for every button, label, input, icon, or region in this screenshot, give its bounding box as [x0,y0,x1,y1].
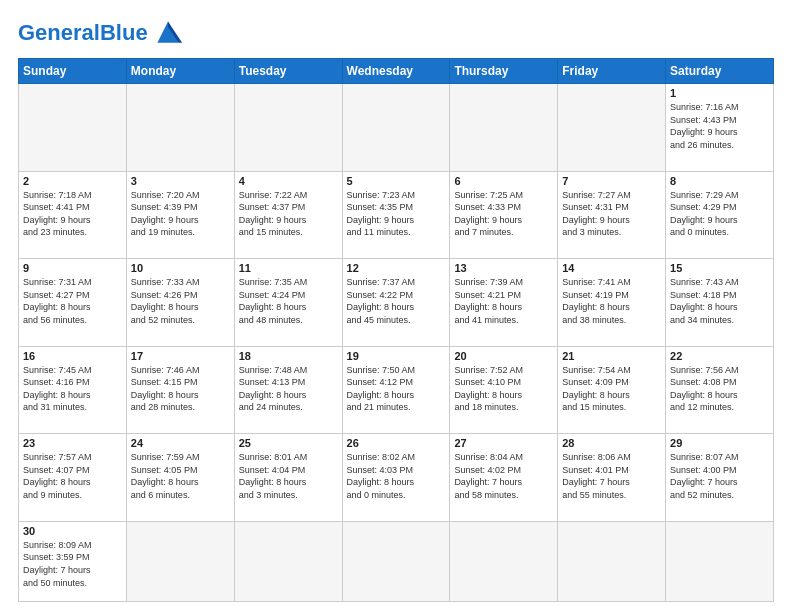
day-info: Sunrise: 8:02 AM Sunset: 4:03 PM Dayligh… [347,451,446,501]
day-info: Sunrise: 7:18 AM Sunset: 4:41 PM Dayligh… [23,189,122,239]
day-info: Sunrise: 7:50 AM Sunset: 4:12 PM Dayligh… [347,364,446,414]
day-info: Sunrise: 7:48 AM Sunset: 4:13 PM Dayligh… [239,364,338,414]
day-number: 23 [23,437,122,449]
calendar-day-15: 15Sunrise: 7:43 AM Sunset: 4:18 PM Dayli… [666,259,774,347]
day-info: Sunrise: 7:22 AM Sunset: 4:37 PM Dayligh… [239,189,338,239]
day-number: 11 [239,262,338,274]
day-info: Sunrise: 7:31 AM Sunset: 4:27 PM Dayligh… [23,276,122,326]
calendar-day-17: 17Sunrise: 7:46 AM Sunset: 4:15 PM Dayli… [126,346,234,434]
calendar-day-8: 8Sunrise: 7:29 AM Sunset: 4:29 PM Daylig… [666,171,774,259]
calendar-day-empty [450,84,558,172]
day-info: Sunrise: 7:45 AM Sunset: 4:16 PM Dayligh… [23,364,122,414]
calendar-day-29: 29Sunrise: 8:07 AM Sunset: 4:00 PM Dayli… [666,434,774,522]
day-info: Sunrise: 8:04 AM Sunset: 4:02 PM Dayligh… [454,451,553,501]
day-number: 3 [131,175,230,187]
day-number: 19 [347,350,446,362]
logo: GeneralBlue [18,18,186,48]
calendar-day-7: 7Sunrise: 7:27 AM Sunset: 4:31 PM Daylig… [558,171,666,259]
day-number: 1 [670,87,769,99]
calendar-week-4: 16Sunrise: 7:45 AM Sunset: 4:16 PM Dayli… [19,346,774,434]
calendar-day-empty [558,84,666,172]
day-info: Sunrise: 7:27 AM Sunset: 4:31 PM Dayligh… [562,189,661,239]
calendar-table: SundayMondayTuesdayWednesdayThursdayFrid… [18,58,774,602]
day-number: 12 [347,262,446,274]
day-info: Sunrise: 7:46 AM Sunset: 4:15 PM Dayligh… [131,364,230,414]
calendar-header-row: SundayMondayTuesdayWednesdayThursdayFrid… [19,59,774,84]
header: GeneralBlue [18,18,774,48]
day-info: Sunrise: 7:43 AM Sunset: 4:18 PM Dayligh… [670,276,769,326]
calendar-day-18: 18Sunrise: 7:48 AM Sunset: 4:13 PM Dayli… [234,346,342,434]
day-number: 16 [23,350,122,362]
calendar-day-2: 2Sunrise: 7:18 AM Sunset: 4:41 PM Daylig… [19,171,127,259]
calendar-day-21: 21Sunrise: 7:54 AM Sunset: 4:09 PM Dayli… [558,346,666,434]
logo-text: GeneralBlue [18,20,148,46]
calendar-day-27: 27Sunrise: 8:04 AM Sunset: 4:02 PM Dayli… [450,434,558,522]
calendar-day-3: 3Sunrise: 7:20 AM Sunset: 4:39 PM Daylig… [126,171,234,259]
day-number: 14 [562,262,661,274]
day-of-week-thursday: Thursday [450,59,558,84]
calendar-day-empty [126,84,234,172]
day-number: 7 [562,175,661,187]
calendar-day-6: 6Sunrise: 7:25 AM Sunset: 4:33 PM Daylig… [450,171,558,259]
calendar-day-empty [126,521,234,601]
day-number: 9 [23,262,122,274]
calendar-day-11: 11Sunrise: 7:35 AM Sunset: 4:24 PM Dayli… [234,259,342,347]
day-number: 26 [347,437,446,449]
calendar-day-12: 12Sunrise: 7:37 AM Sunset: 4:22 PM Dayli… [342,259,450,347]
logo-icon [150,18,186,48]
day-number: 25 [239,437,338,449]
day-number: 10 [131,262,230,274]
calendar-day-9: 9Sunrise: 7:31 AM Sunset: 4:27 PM Daylig… [19,259,127,347]
day-info: Sunrise: 7:56 AM Sunset: 4:08 PM Dayligh… [670,364,769,414]
day-info: Sunrise: 7:37 AM Sunset: 4:22 PM Dayligh… [347,276,446,326]
day-info: Sunrise: 8:01 AM Sunset: 4:04 PM Dayligh… [239,451,338,501]
calendar-week-3: 9Sunrise: 7:31 AM Sunset: 4:27 PM Daylig… [19,259,774,347]
day-info: Sunrise: 7:52 AM Sunset: 4:10 PM Dayligh… [454,364,553,414]
calendar-day-empty [342,84,450,172]
day-of-week-wednesday: Wednesday [342,59,450,84]
calendar-week-5: 23Sunrise: 7:57 AM Sunset: 4:07 PM Dayli… [19,434,774,522]
day-info: Sunrise: 7:39 AM Sunset: 4:21 PM Dayligh… [454,276,553,326]
day-info: Sunrise: 7:29 AM Sunset: 4:29 PM Dayligh… [670,189,769,239]
day-number: 4 [239,175,338,187]
calendar-day-26: 26Sunrise: 8:02 AM Sunset: 4:03 PM Dayli… [342,434,450,522]
day-number: 18 [239,350,338,362]
calendar-day-13: 13Sunrise: 7:39 AM Sunset: 4:21 PM Dayli… [450,259,558,347]
day-info: Sunrise: 8:07 AM Sunset: 4:00 PM Dayligh… [670,451,769,501]
day-number: 20 [454,350,553,362]
day-number: 28 [562,437,661,449]
page: GeneralBlue SundayMondayTuesdayWednesday… [0,0,792,612]
calendar-day-24: 24Sunrise: 7:59 AM Sunset: 4:05 PM Dayli… [126,434,234,522]
calendar-day-16: 16Sunrise: 7:45 AM Sunset: 4:16 PM Dayli… [19,346,127,434]
logo-general: General [18,20,100,45]
day-number: 22 [670,350,769,362]
day-info: Sunrise: 7:41 AM Sunset: 4:19 PM Dayligh… [562,276,661,326]
calendar-day-5: 5Sunrise: 7:23 AM Sunset: 4:35 PM Daylig… [342,171,450,259]
day-number: 2 [23,175,122,187]
calendar-day-22: 22Sunrise: 7:56 AM Sunset: 4:08 PM Dayli… [666,346,774,434]
calendar-day-empty [558,521,666,601]
calendar-day-empty [666,521,774,601]
day-info: Sunrise: 8:06 AM Sunset: 4:01 PM Dayligh… [562,451,661,501]
day-info: Sunrise: 7:54 AM Sunset: 4:09 PM Dayligh… [562,364,661,414]
calendar-day-30: 30Sunrise: 8:09 AM Sunset: 3:59 PM Dayli… [19,521,127,601]
day-number: 13 [454,262,553,274]
day-number: 6 [454,175,553,187]
day-number: 5 [347,175,446,187]
day-of-week-tuesday: Tuesday [234,59,342,84]
calendar-day-1: 1Sunrise: 7:16 AM Sunset: 4:43 PM Daylig… [666,84,774,172]
day-info: Sunrise: 8:09 AM Sunset: 3:59 PM Dayligh… [23,539,122,589]
logo-blue: Blue [100,20,148,45]
calendar-day-empty [450,521,558,601]
calendar-day-20: 20Sunrise: 7:52 AM Sunset: 4:10 PM Dayli… [450,346,558,434]
day-info: Sunrise: 7:33 AM Sunset: 4:26 PM Dayligh… [131,276,230,326]
day-number: 27 [454,437,553,449]
day-of-week-friday: Friday [558,59,666,84]
day-info: Sunrise: 7:35 AM Sunset: 4:24 PM Dayligh… [239,276,338,326]
calendar-day-19: 19Sunrise: 7:50 AM Sunset: 4:12 PM Dayli… [342,346,450,434]
calendar-day-14: 14Sunrise: 7:41 AM Sunset: 4:19 PM Dayli… [558,259,666,347]
day-number: 24 [131,437,230,449]
day-of-week-monday: Monday [126,59,234,84]
day-info: Sunrise: 7:59 AM Sunset: 4:05 PM Dayligh… [131,451,230,501]
day-of-week-saturday: Saturday [666,59,774,84]
